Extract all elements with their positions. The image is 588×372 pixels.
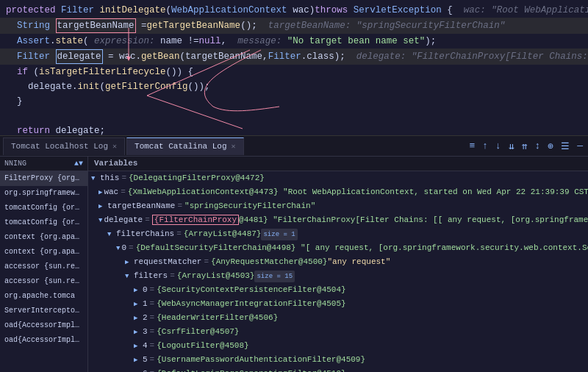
tab-close-2[interactable]: ✕: [231, 142, 235, 151]
left-panel-item-0[interactable]: FilterProxy {org.spring: [0, 171, 87, 186]
var-tree: ▼ this = {DelegatingFilterProxy@4472} ▶ …: [88, 171, 588, 372]
expand-filter-0[interactable]: ▶: [134, 285, 141, 296]
code-line-5: if ( isTargetFilterLifecycle ()) {: [0, 65, 588, 79]
code-line-1: protected Filter initDelegate ( WebAppli…: [0, 3, 588, 18]
keyword-protected: protected: [6, 4, 56, 17]
expand-filter-4[interactable]: ▶: [134, 340, 141, 352]
var-item-filter-5[interactable]: ▶ 5 = {UsernamePasswordAuthenticationFil…: [88, 353, 588, 367]
left-panel-label: NNING: [4, 160, 26, 168]
left-panel: NNING ▲▼ FilterProxy {org.spring org.spr…: [0, 157, 88, 372]
tabs-bar: Tomcat Localhost Log ✕ Tomcat Catalina L…: [0, 136, 588, 157]
var-item-wac[interactable]: ▶ wac = {XmlWebApplicationContext@4473} …: [88, 185, 588, 199]
toolbar-icon-minus[interactable]: —: [575, 139, 585, 153]
expand-wac[interactable]: ▶: [98, 187, 102, 198]
expand-chain-0[interactable]: ▼: [116, 243, 120, 254]
left-panel-item-4[interactable]: context {org.apache.ca: [0, 230, 87, 245]
left-panel-item-10[interactable]: oad{AccessorImpl {sun.jni: [0, 318, 87, 333]
expand-filter-6[interactable]: ▶: [134, 368, 141, 372]
method-name: initDelegate: [100, 4, 166, 17]
left-panel-item-1[interactable]: org.springframework.we: [0, 186, 87, 201]
expand-requestmatcher[interactable]: ▶: [125, 257, 132, 268]
var-item-filter-1[interactable]: ▶ 1 = {WebAsyncManagerIntegrationFilter@…: [88, 297, 588, 311]
tab-close-1[interactable]: ✕: [112, 142, 117, 151]
left-panel-item-5[interactable]: context {org.apache.ca: [0, 245, 87, 260]
left-panel-item-8[interactable]: org.apache.tomca: [0, 289, 87, 304]
left-panel-item-9[interactable]: ServerInterceptor {com.su: [0, 304, 87, 318]
var-item-chain-0[interactable]: ▼ 0 = {DefaultSecurityFilterChain@4498} …: [88, 241, 588, 255]
tab-tomcat-localhost[interactable]: Tomcat Localhost Log ✕: [3, 137, 125, 155]
expand-delegate[interactable]: ▼: [98, 215, 102, 226]
left-panel-item-7[interactable]: accessor {sun.reflect: [0, 274, 87, 289]
expand-filter-5[interactable]: ▶: [134, 354, 141, 366]
var-item-targetbeanname[interactable]: ▶ targetBeanName = "springSecurityFilter…: [88, 199, 588, 213]
var-item-filterchains[interactable]: ▼ filterChains = {ArrayList@4487} size =…: [88, 227, 588, 241]
left-panel-item-2[interactable]: tomcatConfig {org.apach: [0, 201, 87, 215]
var-item-this[interactable]: ▼ this = {DelegatingFilterProxy@4472}: [88, 171, 588, 185]
code-line-2: String targetBeanName = getTargetBeanNam…: [0, 18, 588, 34]
size-badge-filters: size = 15: [254, 271, 295, 282]
type-filter: Filter: [61, 4, 94, 17]
code-editor: protected Filter initDelegate ( WebAppli…: [0, 0, 588, 136]
left-panel-item-6[interactable]: accessor {sun.reflect: [0, 260, 87, 274]
size-badge-filterchains: size = 1: [261, 229, 297, 240]
code-line-9: return delegate;: [0, 124, 588, 136]
toolbar-icon-up[interactable]: ↑: [480, 139, 490, 153]
code-line-4: Filter delegate = wac. getBean (targetBe…: [0, 49, 588, 65]
var-item-filters[interactable]: ▼ filters = {ArrayList@4503} size = 15: [88, 269, 588, 283]
toolbar-icon-down[interactable]: ↓: [493, 139, 503, 153]
toolbar-icon-double-down[interactable]: ⇊: [506, 139, 517, 154]
nav-icons: ▲▼: [74, 160, 83, 168]
toolbar-icon-double-up[interactable]: ⇈: [520, 139, 530, 154]
tab-tomcat-catalina[interactable]: Tomcat Catalina Log ✕: [126, 137, 243, 155]
expand-targetbeanname[interactable]: ▶: [98, 201, 106, 212]
code-line-7: }: [0, 94, 588, 109]
code-line-6: delegate. init ( getFilterConfig ());: [0, 79, 588, 94]
var-item-delegate[interactable]: ▼ delegate = {FilterChainProxy@4481} "Fi…: [88, 213, 588, 227]
filter-chain-proxy-highlight: {FilterChainProxy: [152, 215, 239, 225]
var-item-requestmatcher[interactable]: ▶ requestMatcher = {AnyRequestMatcher@45…: [88, 255, 588, 269]
left-panel-header: NNING ▲▼: [0, 157, 87, 171]
code-line-8: [0, 109, 588, 124]
debug-area: NNING ▲▼ FilterProxy {org.spring org.spr…: [0, 157, 588, 372]
variables-panel: Variables ▼ this = {DelegatingFilterProx…: [88, 157, 588, 372]
expand-filterchains[interactable]: ▼: [107, 229, 115, 240]
expand-filter-3[interactable]: ▶: [134, 326, 141, 338]
expand-filters[interactable]: ▼: [125, 271, 132, 282]
tab-label: Tomcat Localhost Log: [11, 142, 108, 151]
left-panel-item-11[interactable]: oad{AccessorImpl {sun.jni: [0, 333, 87, 348]
var-item-filter-6[interactable]: ▶ 6 = {DefaultLoginPageGeneratingFilter@…: [88, 367, 588, 372]
var-item-filter-2[interactable]: ▶ 2 = {HeaderWriterFilter@4506}: [88, 311, 588, 325]
var-item-filter-4[interactable]: ▶ 4 = {LogoutFilter@4508}: [88, 339, 588, 353]
expand-filter-1[interactable]: ▶: [134, 298, 141, 310]
tab-label-active: Tomcat Catalina Log: [135, 142, 226, 151]
toolbar-icon-list[interactable]: ☰: [559, 139, 572, 154]
var-item-filter-3[interactable]: ▶ 3 = {CsrfFilter@4507}: [88, 325, 588, 339]
var-item-filter-0[interactable]: ▶ 0 = {SecurityContextPersistenceFilter@…: [88, 283, 588, 297]
left-panel-item-3[interactable]: tomcatConfig {org.apach: [0, 215, 87, 230]
expand-this[interactable]: ▼: [91, 173, 98, 185]
target-bean-name-box: targetBeanName: [56, 18, 136, 33]
code-line-3: Assert . state ( expression: name != nul…: [0, 34, 588, 49]
expand-filter-2[interactable]: ▶: [134, 312, 141, 324]
toolbar-icon-menu[interactable]: ≡: [467, 139, 477, 153]
delegate-box: delegate: [56, 49, 103, 64]
toolbar-icon-sort[interactable]: ↕: [533, 139, 543, 153]
toolbar-icons: ≡ ↑ ↓ ⇊ ⇈ ↕ ⊕ ☰ —: [467, 139, 585, 154]
variables-header: Variables: [88, 157, 588, 171]
toolbar-icon-add[interactable]: ⊕: [545, 139, 556, 154]
